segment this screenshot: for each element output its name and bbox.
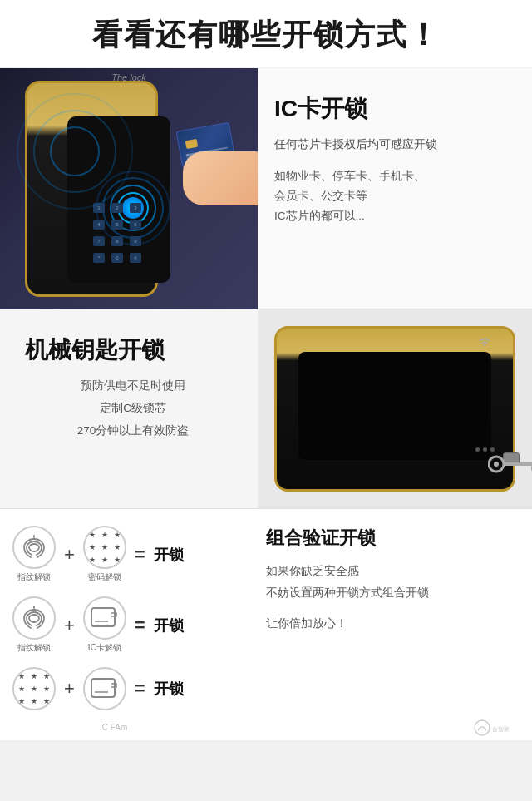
equals-2: =	[135, 615, 145, 636]
icon-wrap-ic-card: IC卡解锁	[83, 596, 126, 654]
wifi-icon	[477, 335, 492, 350]
equals-3: =	[135, 678, 145, 700]
watermark-bottom: 合智家	[474, 719, 524, 736]
plus-1: +	[64, 544, 75, 566]
ic-card-section: The lock 123 456 789 *0#	[0, 67, 532, 309]
plus-2: +	[64, 615, 75, 636]
fingerprint-2-label: 指纹解锁	[17, 642, 51, 654]
ic-card-heading: IC卡开锁	[274, 93, 515, 125]
mechanical-image	[258, 309, 532, 508]
svg-point-1	[494, 462, 499, 467]
mechanical-desc: 预防供电不足时使用 定制C级锁芯 270分钟以上有效防盗	[25, 374, 241, 442]
ic-fam-badge: IC FAm	[100, 723, 127, 732]
mech-screen	[298, 352, 491, 460]
icon-wrap-stars-2: ★★★ ★★★ ★★★	[12, 667, 56, 710]
ic-card-desc1: 任何芯片卡授权后均可感应开锁	[274, 135, 515, 155]
icon-wrap-ic-card-2	[83, 667, 126, 710]
plus-3: +	[64, 678, 75, 700]
mechanical-text: 机械钥匙开锁 预防供电不足时使用 定制C级锁芯 270分钟以上有效防盗	[0, 309, 258, 508]
svg-point-9	[475, 720, 490, 735]
fingerprint-1-label: 指纹解锁	[17, 571, 51, 583]
combo-row-2: 指纹解锁 + IC卡解锁 = 开锁	[12, 596, 245, 654]
fingerprint-icon-2	[12, 596, 56, 640]
mechanical-section: 机械钥匙开锁 预防供电不足时使用 定制C级锁芯 270分钟以上有效防盗	[0, 309, 532, 508]
mechanical-lock-device	[266, 322, 524, 496]
icon-wrap-fingerprint-2: 指纹解锁	[12, 596, 56, 654]
combo-text: 组合验证开锁 如果你缺乏安全感不妨设置两种开锁方式组合开锁 让你倍加放心！ 合智…	[258, 509, 532, 740]
combo-row-1: 指纹解锁 + ★★★ ★★★ ★★★ 密码解锁 = 开锁	[12, 526, 245, 583]
combo-section: 指纹解锁 + ★★★ ★★★ ★★★ 密码解锁 = 开锁	[0, 508, 532, 740]
stars-icon: ★★★ ★★★ ★★★	[83, 526, 126, 569]
mechanical-key	[488, 452, 532, 477]
ic-card-image: The lock 123 456 789 *0#	[0, 68, 258, 309]
svg-text:合智家: 合智家	[492, 726, 510, 733]
ic-card-text: IC卡开锁 任何芯片卡授权后均可感应开锁 如物业卡、停车卡、手机卡、会员卡、公交…	[258, 68, 532, 309]
combo-heading: 组合验证开锁	[266, 526, 520, 551]
keypad: 123 456 789 *0#	[93, 203, 145, 266]
svg-rect-7	[91, 679, 115, 697]
mechanical-heading: 机械钥匙开锁	[25, 334, 241, 366]
header: 看看还有哪些开锁方式！	[0, 0, 532, 67]
combo-icons: 指纹解锁 + ★★★ ★★★ ★★★ 密码解锁 = 开锁	[0, 509, 258, 740]
fingerprint-icon-1	[12, 526, 56, 569]
combo-desc2: 让你倍加放心！	[266, 613, 520, 635]
equals-1: =	[135, 544, 145, 566]
unlock-text-2: 开锁	[154, 616, 184, 635]
combo-desc1: 如果你缺乏安全感不妨设置两种开锁方式组合开锁	[266, 561, 520, 603]
stars-label: 密码解锁	[88, 571, 121, 583]
unlock-text-1: 开锁	[154, 545, 184, 565]
ic-card-desc2: 如物业卡、停车卡、手机卡、会员卡、公交卡等IC芯片的都可以...	[274, 166, 515, 227]
combo-section-wrapper: 指纹解锁 + ★★★ ★★★ ★★★ 密码解锁 = 开锁	[0, 508, 532, 740]
ic-card-icon-combo	[83, 596, 126, 640]
combo-row-3: ★★★ ★★★ ★★★ + = 开锁	[12, 667, 245, 710]
svg-rect-2	[503, 462, 532, 466]
hand	[183, 151, 258, 205]
svg-rect-5	[91, 608, 115, 626]
unlock-text-3: 开锁	[154, 679, 184, 699]
ic-card-icon-combo-2	[83, 667, 126, 710]
icon-wrap-fingerprint-1: 指纹解锁	[12, 526, 56, 583]
page-title: 看看还有哪些开锁方式！	[8, 15, 524, 56]
icon-wrap-stars: ★★★ ★★★ ★★★ 密码解锁	[83, 526, 126, 583]
ic-card-label: IC卡解锁	[88, 642, 121, 654]
stars-icon-2: ★★★ ★★★ ★★★	[12, 667, 56, 710]
card-hand: 高档智能门锁2023-08-01 门禁	[150, 118, 258, 218]
mech-body	[274, 326, 515, 492]
